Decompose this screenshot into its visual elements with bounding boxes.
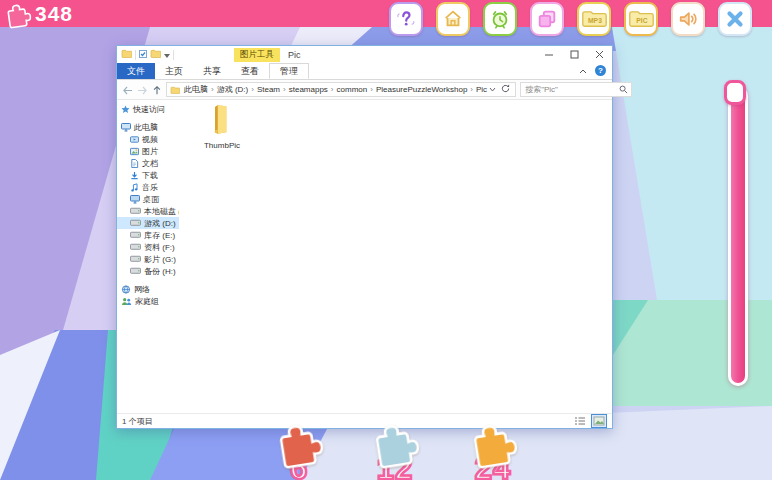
search-box bbox=[520, 82, 632, 97]
divider bbox=[173, 50, 174, 60]
search-input[interactable] bbox=[521, 85, 619, 94]
address-bar-row: 此电脑›游戏 (D:)›Steam›steamapps›common›Pleas… bbox=[117, 80, 612, 100]
copy-icon bbox=[536, 8, 558, 30]
sidebar-item-label: 文档 bbox=[142, 158, 158, 169]
sidebar-item-label: 本地磁盘 (C: bbox=[144, 206, 179, 217]
breadcrumb-item[interactable]: PleasurePuzzleWorkshop bbox=[374, 85, 469, 94]
disk-icon bbox=[130, 219, 141, 227]
view-toggle bbox=[572, 414, 607, 428]
customize-toolbar-icon[interactable] bbox=[164, 50, 170, 60]
forward-icon[interactable] bbox=[137, 81, 148, 99]
disk-icon bbox=[130, 231, 141, 239]
mp3-button[interactable]: MP3 bbox=[577, 2, 611, 36]
address-breadcrumb-bar[interactable]: 此电脑›游戏 (D:)›Steam›steamapps›common›Pleas… bbox=[166, 82, 516, 97]
maximize-button[interactable] bbox=[562, 47, 587, 63]
breadcrumb-item[interactable]: steamapps bbox=[287, 85, 330, 94]
close-icon bbox=[724, 8, 746, 30]
sidebar-item[interactable]: 影片 (G:) bbox=[117, 253, 179, 265]
properties-icon[interactable] bbox=[139, 50, 147, 60]
breadcrumb-item[interactable]: Steam bbox=[255, 85, 282, 94]
back-icon[interactable] bbox=[122, 81, 133, 99]
sidebar-item-label: 游戏 (D:) bbox=[144, 218, 176, 229]
pic-button[interactable]: PIC bbox=[624, 2, 658, 36]
mp3-folder-icon: MP3 bbox=[581, 9, 608, 29]
minimize-button[interactable] bbox=[537, 47, 562, 63]
navigation-pane: 快速访问此电脑视频图片文档下载音乐桌面本地磁盘 (C:游戏 (D:)库存 (E:… bbox=[117, 100, 179, 413]
svg-text:MP3: MP3 bbox=[588, 17, 602, 24]
sidebar-item-label: 桌面 bbox=[143, 194, 159, 205]
hud-toolbar: MP3PIC bbox=[389, 2, 752, 36]
video-icon bbox=[130, 135, 139, 144]
folder-icon bbox=[170, 86, 180, 94]
zoom-slider-track[interactable] bbox=[728, 86, 748, 386]
sidebar-item[interactable]: 图片 bbox=[117, 145, 179, 157]
sidebar-item[interactable]: 桌面 bbox=[117, 193, 179, 205]
sidebar-item[interactable]: 本地磁盘 (C: bbox=[117, 205, 179, 217]
sound-button[interactable] bbox=[671, 2, 705, 36]
window-controls bbox=[537, 47, 612, 63]
breadcrumb-item[interactable]: 此电脑 bbox=[182, 84, 210, 95]
new-folder-icon[interactable] bbox=[150, 49, 161, 60]
collapse-ribbon-icon[interactable] bbox=[579, 66, 587, 76]
file-item[interactable]: ThumbPic bbox=[193, 104, 251, 150]
difficulty-option-24[interactable]: 24 bbox=[460, 421, 526, 480]
sidebar-item[interactable]: 库存 (E:) bbox=[117, 229, 179, 241]
file-list-area[interactable]: ThumbPic bbox=[179, 100, 612, 413]
menu-tab[interactable]: 共享 bbox=[193, 63, 231, 79]
breadcrumb-item[interactable]: common bbox=[335, 85, 370, 94]
menu-tabs: 文件主页共享查看管理 bbox=[117, 63, 309, 79]
network-icon bbox=[121, 285, 131, 294]
divider bbox=[135, 50, 136, 60]
menu-tab[interactable]: 管理 bbox=[269, 63, 309, 79]
breadcrumb: 此电脑›游戏 (D:)›Steam›steamapps›common›Pleas… bbox=[182, 84, 489, 95]
breadcrumb-item[interactable]: 游戏 (D:) bbox=[215, 84, 251, 95]
sidebar-item[interactable]: 资料 (F:) bbox=[117, 241, 179, 253]
sidebar-item[interactable]: 备份 (H:) bbox=[117, 265, 179, 277]
help-button[interactable] bbox=[389, 2, 423, 36]
star-icon bbox=[121, 105, 130, 114]
sidebar-item[interactable]: 家庭组 bbox=[117, 295, 179, 307]
sidebar-item-label: 快速访问 bbox=[133, 104, 165, 115]
sidebar-item[interactable]: 文档 bbox=[117, 157, 179, 169]
sidebar-item[interactable]: 游戏 (D:) bbox=[117, 217, 179, 229]
help-icon[interactable]: ? bbox=[595, 65, 606, 78]
copy-button[interactable] bbox=[530, 2, 564, 36]
refresh-icon[interactable] bbox=[501, 84, 510, 95]
up-icon[interactable] bbox=[152, 81, 162, 99]
sidebar-item[interactable]: 音乐 bbox=[117, 181, 179, 193]
difficulty-option-12[interactable]: 12 bbox=[362, 421, 428, 480]
sidebar-item[interactable]: 快速访问 bbox=[117, 103, 179, 115]
menu-tab[interactable]: 文件 bbox=[117, 63, 155, 79]
sidebar-item[interactable]: 下载 bbox=[117, 169, 179, 181]
pc-icon bbox=[121, 122, 131, 132]
close-window-button[interactable] bbox=[587, 47, 612, 63]
chevron-down-icon[interactable] bbox=[489, 85, 496, 94]
ribbon-right-controls: ? bbox=[579, 63, 606, 79]
close-button[interactable] bbox=[718, 2, 752, 36]
folder-icon bbox=[121, 49, 132, 60]
menu-tab[interactable]: 查看 bbox=[231, 63, 269, 79]
alarm-button[interactable] bbox=[483, 2, 517, 36]
breadcrumb-item[interactable]: Pic bbox=[474, 85, 489, 94]
sidebar-item[interactable]: 此电脑 bbox=[117, 121, 179, 133]
difficulty-option-6[interactable]: 6 bbox=[266, 421, 332, 480]
window-title: Pic bbox=[288, 50, 301, 60]
sidebar-item-label: 音乐 bbox=[142, 182, 158, 193]
home-button[interactable] bbox=[436, 2, 470, 36]
sidebar-item-label: 此电脑 bbox=[134, 122, 158, 133]
disk-icon bbox=[130, 207, 141, 215]
sidebar-item[interactable]: 网络 bbox=[117, 283, 179, 295]
list-view-icon[interactable] bbox=[572, 414, 588, 428]
search-icon[interactable] bbox=[619, 85, 628, 94]
sidebar-item-label: 图片 bbox=[142, 146, 158, 157]
desktop-icon bbox=[130, 194, 140, 204]
svg-text:PIC: PIC bbox=[636, 17, 647, 24]
disk-icon bbox=[130, 255, 141, 263]
score-counter: 348 bbox=[35, 2, 73, 26]
contextual-tab-label: 图片工具 bbox=[234, 48, 280, 62]
thumbnail-view-icon[interactable] bbox=[591, 414, 607, 428]
file-explorer-window: 图片工具 Pic 文件主页共享查看管理 ? 此电脑›游戏 (D:)›Steam›… bbox=[116, 45, 613, 429]
menu-tab[interactable]: 主页 bbox=[155, 63, 193, 79]
zoom-slider-thumb[interactable] bbox=[724, 80, 746, 105]
sidebar-item[interactable]: 视频 bbox=[117, 133, 179, 145]
